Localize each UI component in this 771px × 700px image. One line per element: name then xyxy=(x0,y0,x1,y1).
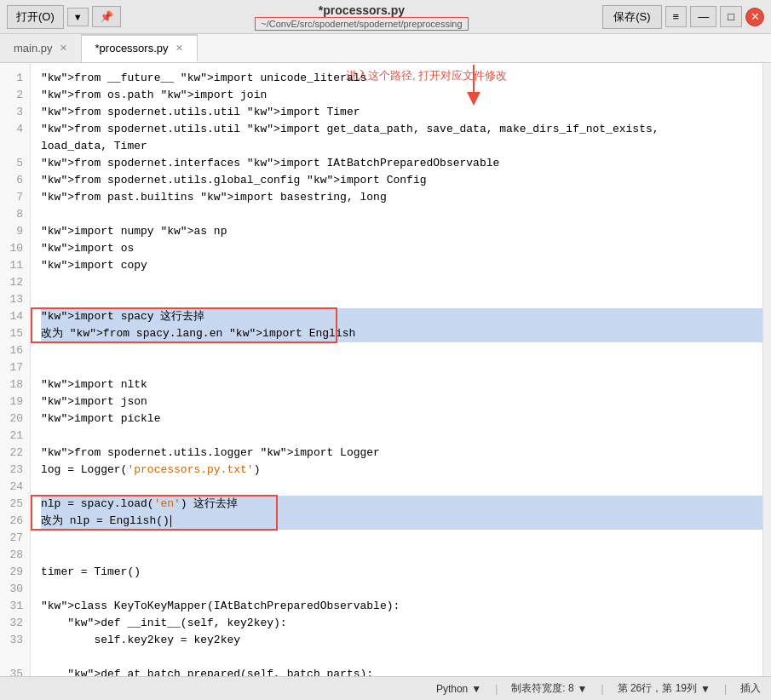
code-line-2: "kw">from os.path "kw">import join xyxy=(41,87,762,104)
title-bar: 打开(O) ▼ 📌 *processors.py ~/ConvE/src/spo… xyxy=(0,0,771,34)
tab-width-arrow: ▼ xyxy=(578,683,588,695)
editor-container: 1234567891011121314151617181920212223242… xyxy=(0,63,771,676)
code-line-18: "kw">import nltk xyxy=(41,376,762,393)
close-button[interactable]: ✕ xyxy=(745,8,764,26)
pin-button[interactable]: 📌 xyxy=(92,6,121,27)
code-line-21 xyxy=(41,427,762,445)
code-line-7: "kw">from past.builtins "kw">import base… xyxy=(41,189,762,206)
tab-processors-py-close[interactable]: ✕ xyxy=(175,43,183,54)
code-line-22: "kw">from spodernet.utils.logger "kw">im… xyxy=(41,445,762,462)
tab-bar: main.py ✕ *processors.py ✕ xyxy=(0,34,771,63)
tab-width-status[interactable]: 制表符宽度: 8 ▼ xyxy=(511,681,587,696)
status-sep-2: | xyxy=(601,683,603,695)
code-line-28 xyxy=(41,547,762,564)
code-line-9: "kw">import numpy "kw">as np xyxy=(41,223,762,240)
line-numbers: 1234567891011121314151617181920212223242… xyxy=(0,63,31,676)
tab-main-py[interactable]: main.py ✕ xyxy=(0,34,82,62)
code-line-27 xyxy=(41,530,762,547)
open-button[interactable]: 打开(O) xyxy=(7,5,64,29)
code-line-5: "kw">from spodernet.interfaces "kw">impo… xyxy=(41,155,762,172)
tab-main-py-label: main.py xyxy=(14,42,53,55)
code-line-8 xyxy=(41,206,762,223)
code-line-35: "kw">def at_batch_prepared(self, batch_p… xyxy=(41,666,762,676)
code-line-4: "kw">from spodernet.utils.util "kw">impo… xyxy=(41,121,762,138)
file-path: ~/ConvE/src/spodernet/spodernet/preproce… xyxy=(255,17,468,31)
code-line-6: "kw">from spodernet.utils.global_config … xyxy=(41,172,762,189)
code-line-26: 改为 nlp = English() xyxy=(41,513,762,530)
title-bar-right: 保存(S) ≡ — □ ✕ xyxy=(602,5,764,29)
insert-mode-label: 插入 xyxy=(740,681,761,696)
open-dropdown-button[interactable]: ▼ xyxy=(67,8,89,26)
code-line-15: 改为 "kw">from spacy.lang.en "kw">import E… xyxy=(41,325,762,342)
code-line-11: "kw">import copy xyxy=(41,257,762,274)
tab-width-label: 制表符宽度: 8 xyxy=(511,681,573,696)
language-label: Python xyxy=(436,683,468,695)
code-line-13 xyxy=(41,291,762,308)
menu-button[interactable]: ≡ xyxy=(665,6,688,27)
language-status[interactable]: Python ▼ xyxy=(436,683,481,695)
code-line-16 xyxy=(41,342,762,359)
code-area[interactable]: 进入这个路径, 打开对应文件修改 "kw">from __future__ "k… xyxy=(31,63,762,676)
insert-mode-status: 插入 xyxy=(740,681,761,696)
code-line-17 xyxy=(41,359,762,376)
save-button[interactable]: 保存(S) xyxy=(602,5,661,29)
status-sep-1: | xyxy=(495,683,498,695)
code-line-24 xyxy=(41,479,762,496)
text-cursor xyxy=(170,515,171,527)
code-line-4: load_data, Timer xyxy=(41,138,762,155)
code-line-32: "kw">def __init__(self, key2key): xyxy=(41,615,762,632)
code-line-34 xyxy=(41,649,762,666)
position-label: 第 26行，第 19列 xyxy=(618,681,697,696)
status-sep-3: | xyxy=(724,683,727,695)
position-status[interactable]: 第 26行，第 19列 ▼ xyxy=(618,681,711,696)
minimize-button[interactable]: — xyxy=(690,6,716,27)
maximize-button[interactable]: □ xyxy=(720,6,742,27)
tab-processors-py[interactable]: *processors.py ✕ xyxy=(82,34,198,62)
code-line-31: "kw">class KeyToKeyMapper(IAtBatchPrepar… xyxy=(41,598,762,615)
code-line-25: nlp = spacy.load('en') 这行去掉 xyxy=(41,496,762,513)
title-bar-center: *processors.py ~/ConvE/src/spodernet/spo… xyxy=(126,3,598,31)
code-line-29: timer = Timer() xyxy=(41,564,762,581)
position-arrow: ▼ xyxy=(700,683,711,695)
tab-main-py-close[interactable]: ✕ xyxy=(60,43,67,54)
status-bar: Python ▼ | 制表符宽度: 8 ▼ | 第 26行，第 19列 ▼ | … xyxy=(0,676,771,700)
code-line-19: "kw">import json xyxy=(41,393,762,410)
code-line-1: "kw">from __future__ "kw">import unicode… xyxy=(41,70,762,87)
code-line-33: self.key2key = key2key xyxy=(41,632,762,649)
language-arrow: ▼ xyxy=(471,683,481,695)
code-line-14: "kw">import spacy 这行去掉 xyxy=(41,308,762,325)
code-line-10: "kw">import os xyxy=(41,240,762,257)
title-bar-left: 打开(O) ▼ 📌 xyxy=(7,5,121,29)
code-line-20: "kw">import pickle xyxy=(41,410,762,427)
window-title: *processors.py xyxy=(319,3,405,17)
tab-processors-py-label: *processors.py xyxy=(95,42,169,55)
code-line-3: "kw">from spodernet.utils.util "kw">impo… xyxy=(41,104,762,121)
scrollbar[interactable] xyxy=(762,63,771,676)
code-line-12 xyxy=(41,274,762,291)
code-line-23: log = Logger('processors.py.txt') xyxy=(41,462,762,479)
code-line-30 xyxy=(41,581,762,598)
